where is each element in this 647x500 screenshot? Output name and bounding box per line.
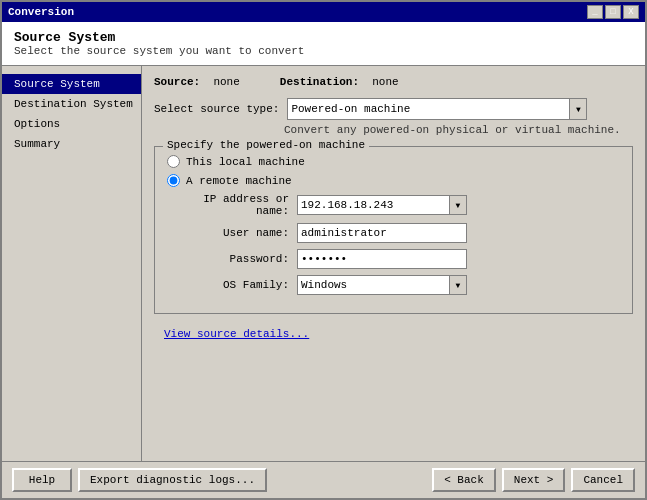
ip-address-select[interactable]: 192.168.18.243 (297, 195, 467, 215)
window-title: Conversion (8, 6, 74, 18)
username-input[interactable] (297, 223, 467, 243)
maximize-button[interactable]: □ (605, 5, 621, 19)
ip-address-row: IP address or name: 192.168.18.243 ▼ (167, 193, 620, 217)
export-logs-button[interactable]: Export diagnostic logs... (78, 468, 267, 492)
password-input[interactable] (297, 249, 467, 269)
powered-on-fieldset: Specify the powered-on machine This loca… (154, 146, 633, 314)
main-content: Source System Destination System Options… (2, 66, 645, 461)
header-section: Source System Select the source system y… (2, 22, 645, 66)
footer-left: Help Export diagnostic logs... (12, 468, 267, 492)
destination-status: Destination: none (280, 76, 399, 88)
source-type-combobox-wrapper: Powered-on machine VMware Infrastructure… (287, 98, 587, 120)
source-status: Source: none (154, 76, 240, 88)
source-type-label: Select source type: (154, 103, 279, 115)
page-subtitle: Select the source system you want to con… (14, 45, 633, 57)
fieldset-legend: Specify the powered-on machine (163, 139, 369, 151)
source-type-dropdown-arrow[interactable]: ▼ (569, 98, 587, 120)
status-bar: Source: none Destination: none (154, 76, 633, 88)
cancel-button[interactable]: Cancel (571, 468, 635, 492)
sidebar-item-options[interactable]: Options (2, 114, 141, 134)
title-bar: Conversion _ □ X (2, 2, 645, 22)
sidebar: Source System Destination System Options… (2, 66, 142, 461)
next-button[interactable]: Next > (502, 468, 566, 492)
username-row: User name: (167, 223, 620, 243)
os-family-combobox-wrapper: Windows Linux ▼ (297, 275, 467, 295)
page-title: Source System (14, 30, 633, 45)
os-family-select[interactable]: Windows Linux (297, 275, 467, 295)
local-machine-label: This local machine (186, 156, 305, 168)
footer-right: < Back Next > Cancel (432, 468, 635, 492)
ip-address-label: IP address or name: (167, 193, 297, 217)
remote-machine-radio[interactable] (167, 174, 180, 187)
source-type-hint: Convert any powered-on physical or virtu… (284, 124, 633, 136)
local-machine-radio[interactable] (167, 155, 180, 168)
title-bar-controls: _ □ X (587, 5, 639, 19)
username-label: User name: (167, 227, 297, 239)
footer: Help Export diagnostic logs... < Back Ne… (2, 461, 645, 498)
minimize-button[interactable]: _ (587, 5, 603, 19)
os-family-label: OS Family: (167, 279, 297, 291)
ip-dropdown-arrow[interactable]: ▼ (449, 195, 467, 215)
help-button[interactable]: Help (12, 468, 72, 492)
password-row: Password: (167, 249, 620, 269)
ip-combobox-wrapper: 192.168.18.243 ▼ (297, 195, 467, 215)
sidebar-item-source-system[interactable]: Source System (2, 74, 141, 94)
back-button[interactable]: < Back (432, 468, 496, 492)
remote-machine-label: A remote machine (186, 175, 292, 187)
remote-machine-row: A remote machine (167, 174, 620, 187)
password-label: Password: (167, 253, 297, 265)
close-button[interactable]: X (623, 5, 639, 19)
content-area: Source: none Destination: none Select so… (142, 66, 645, 461)
local-machine-row: This local machine (167, 155, 620, 168)
sidebar-item-summary[interactable]: Summary (2, 134, 141, 154)
os-family-row: OS Family: Windows Linux ▼ (167, 275, 620, 295)
source-type-select[interactable]: Powered-on machine VMware Infrastructure… (287, 98, 587, 120)
sidebar-item-destination-system[interactable]: Destination System (2, 94, 141, 114)
view-source-details-link[interactable]: View source details... (164, 328, 309, 340)
main-window: Conversion _ □ X Source System Select th… (0, 0, 647, 500)
os-family-dropdown-arrow[interactable]: ▼ (449, 275, 467, 295)
source-type-row: Select source type: Powered-on machine V… (154, 98, 633, 120)
